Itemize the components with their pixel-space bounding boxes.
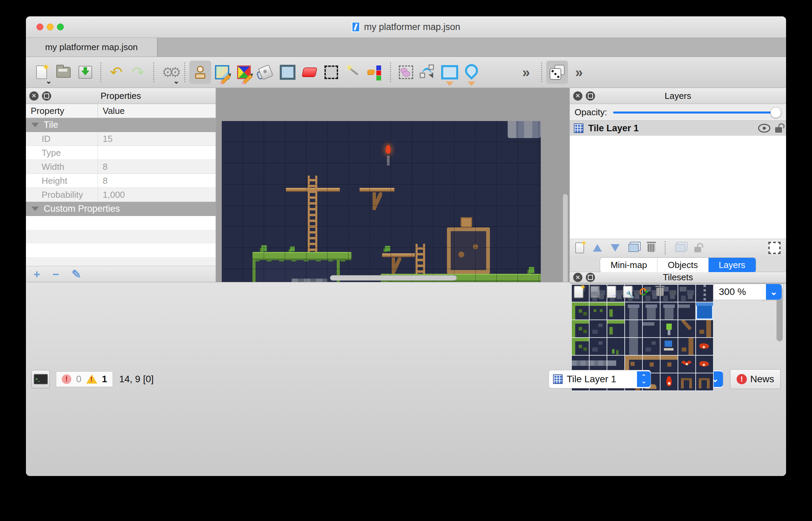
- tileset-tile-bat[interactable]: [696, 338, 713, 355]
- bucket-fill-tool[interactable]: [255, 61, 277, 84]
- tileset-tile-stones[interactable]: [678, 285, 695, 302]
- close-panel-icon[interactable]: ✕: [573, 273, 582, 282]
- tab-layers[interactable]: Layers: [709, 258, 756, 272]
- new-map-button[interactable]: ✦⌄: [31, 61, 53, 84]
- canvas-horizontal-scrollbar[interactable]: [330, 275, 457, 281]
- add-property-button[interactable]: +: [33, 269, 40, 279]
- tileset-tile-speck[interactable]: [590, 338, 607, 355]
- toggle-other-layers-button[interactable]: [675, 244, 685, 252]
- close-panel-icon[interactable]: ✕: [573, 91, 582, 101]
- open-button[interactable]: [53, 61, 74, 84]
- tileset-tile-speck[interactable]: [590, 320, 607, 337]
- tileset-tile-bat2[interactable]: [678, 356, 695, 373]
- tileset-tile-chain[interactable]: [696, 285, 713, 302]
- document-tab[interactable]: my platformer map.json: [26, 38, 157, 57]
- float-panel-icon[interactable]: [586, 273, 595, 282]
- collapse-triangle-icon[interactable]: [31, 123, 39, 127]
- tileset-tile-shelf[interactable]: [678, 302, 695, 319]
- duplicate-layer-button[interactable]: [628, 244, 639, 252]
- tileset-tile-flame[interactable]: [661, 373, 678, 390]
- tileset-tile-grass-tr[interactable]: [607, 302, 624, 319]
- tileset-tile-water[interactable]: [696, 302, 713, 319]
- stamp-brush-tool[interactable]: [189, 61, 211, 84]
- same-tile-select-tool[interactable]: [364, 61, 386, 84]
- wang-brush-tool[interactable]: [233, 61, 255, 84]
- float-panel-icon[interactable]: [42, 91, 51, 101]
- redo-button[interactable]: ↷: [127, 61, 149, 84]
- automap-button[interactable]: ⚙⚙⌄: [158, 61, 180, 84]
- tileset-zoom-select[interactable]: 300 % ⌄: [713, 284, 782, 300]
- tileset-tile-brown-col[interactable]: [696, 320, 713, 337]
- remove-tileset-button[interactable]: [656, 288, 664, 296]
- tileset-tile-pillar[interactable]: [625, 338, 642, 355]
- tileset-tile-lamp[interactable]: [661, 320, 678, 337]
- titlebar[interactable]: my platformer map.json: [26, 16, 786, 38]
- reload-tileset-button[interactable]: ⟳: [639, 287, 649, 297]
- tileset-tile-gate[interactable]: [678, 373, 695, 390]
- tileset-tile-sign[interactable]: [661, 338, 678, 355]
- tileset-tile-grass-top[interactable]: [590, 302, 607, 319]
- console-toggle-button[interactable]: >_: [31, 370, 50, 388]
- tileset-tile-bat[interactable]: [696, 356, 713, 373]
- tab-minimap[interactable]: Mini-map: [600, 258, 657, 272]
- tileset-tile-grass-tr[interactable]: [607, 320, 624, 337]
- property-row-height[interactable]: Height 8: [26, 174, 216, 188]
- delete-layer-button[interactable]: [648, 244, 655, 252]
- issues-counter[interactable]: ! 0 1: [56, 371, 113, 387]
- embed-tileset-button[interactable]: →: [590, 286, 600, 298]
- map-canvas[interactable]: [216, 88, 569, 282]
- tileset-tile-grass-tl[interactable]: [572, 338, 589, 355]
- tileset-tile-pillar-t[interactable]: [661, 302, 678, 319]
- new-layer-button[interactable]: ✦: [575, 242, 584, 253]
- close-window-button[interactable]: [37, 24, 43, 30]
- news-button[interactable]: ! News: [730, 369, 781, 389]
- collapse-triangle-icon[interactable]: [31, 207, 39, 211]
- tileset-tile-sprout[interactable]: [607, 338, 624, 355]
- opacity-slider[interactable]: [613, 107, 781, 117]
- property-row-type[interactable]: Type: [26, 146, 216, 160]
- zoom-window-button[interactable]: [57, 24, 64, 30]
- current-layer-select[interactable]: Tile Layer 1 ⌃⌄: [549, 370, 651, 388]
- close-panel-icon[interactable]: ✕: [29, 91, 39, 101]
- tileset-tile-speck[interactable]: [643, 338, 660, 355]
- tileset-tile-pillar[interactable]: [625, 320, 642, 337]
- tileset-tile-pillar-t[interactable]: [643, 302, 660, 319]
- layer-list[interactable]: Tile Layer 1: [570, 120, 786, 239]
- save-button[interactable]: [74, 61, 96, 84]
- insert-point-tool[interactable]: [461, 61, 482, 84]
- tileset-toolbar-overflow[interactable]: »: [670, 286, 677, 298]
- insert-rectangle-tool[interactable]: [439, 61, 461, 84]
- property-row-width[interactable]: Width 8: [26, 160, 216, 174]
- lock-layers-button[interactable]: [694, 243, 701, 252]
- shape-fill-tool[interactable]: [277, 61, 299, 84]
- select-objects-tool[interactable]: [395, 61, 417, 84]
- new-tileset-button[interactable]: ✦: [574, 286, 583, 298]
- toolbar-overflow-button[interactable]: »: [515, 61, 537, 84]
- random-mode-button[interactable]: [546, 61, 568, 84]
- tab-objects[interactable]: Objects: [657, 258, 708, 272]
- edit-property-button[interactable]: ✎: [72, 269, 82, 279]
- property-row-id[interactable]: ID 15: [26, 132, 216, 146]
- tileset-tile-shelf[interactable]: [643, 320, 660, 337]
- highlight-current-layer-button[interactable]: [768, 242, 781, 254]
- toolbar-overflow-button-2[interactable]: »: [568, 61, 590, 84]
- lower-layer-button[interactable]: [611, 244, 620, 252]
- rect-select-tool[interactable]: [320, 61, 342, 84]
- edit-tileset-button[interactable]: 🔧: [623, 286, 633, 298]
- tileset-tile-gate[interactable]: [696, 373, 713, 390]
- edit-polygons-tool[interactable]: [417, 61, 439, 84]
- tileset-tile-brace[interactable]: [678, 320, 695, 337]
- tileset-tile-grass-tl[interactable]: [572, 320, 589, 337]
- property-row-probability[interactable]: Probability 1,000: [26, 188, 216, 202]
- export-tileset-button[interactable]: →: [607, 286, 616, 298]
- magic-wand-tool[interactable]: [342, 61, 364, 84]
- eraser-tool[interactable]: [299, 61, 320, 84]
- tileset-tile-pillar-t[interactable]: [625, 302, 642, 319]
- tileset-tile-brown-col[interactable]: [678, 338, 695, 355]
- map-content[interactable]: [222, 121, 541, 282]
- raise-layer-button[interactable]: [593, 244, 602, 252]
- tileset-tile-grass-tl[interactable]: [572, 302, 589, 319]
- layer-row-selected[interactable]: Tile Layer 1: [570, 121, 786, 136]
- float-panel-icon[interactable]: [586, 91, 595, 101]
- tileset-tile-dirt-top[interactable]: [661, 356, 678, 373]
